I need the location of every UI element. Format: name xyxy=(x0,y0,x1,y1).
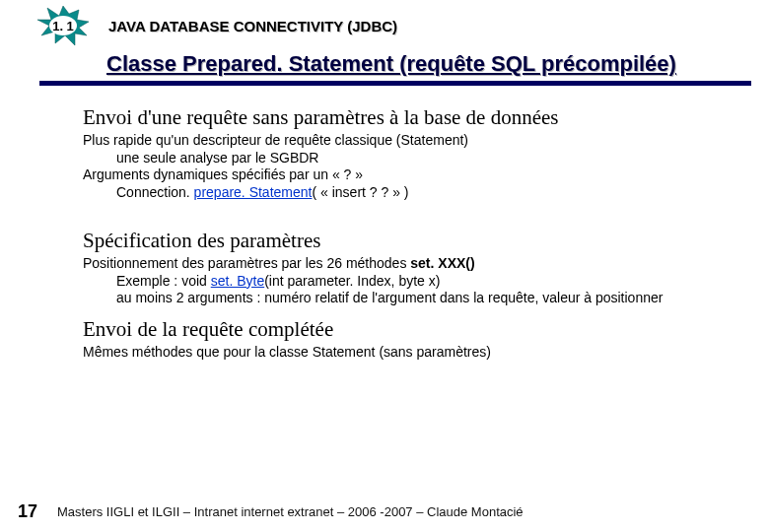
body-text: une seule analyse par le SGBDR xyxy=(83,150,751,167)
page-number: 17 xyxy=(18,501,51,522)
footer-text: Masters IIGLI et ILGII – Intranet intern… xyxy=(57,504,524,519)
chapter-label: JAVA DATABASE CONNECTIVITY (JDBC) xyxy=(108,18,397,34)
section-heading-1: Envoi d'une requête sans paramètres à la… xyxy=(83,105,751,130)
body-text: Connection. prepare. Statement( « insert… xyxy=(83,184,751,202)
body-text: Mêmes méthodes que pour la classe Statem… xyxy=(83,344,751,362)
section-heading-3: Envoi de la requête complétée xyxy=(83,317,751,342)
body-text: Plus rapide qu'un descripteur de requête… xyxy=(83,132,751,150)
method-link: set. Byte xyxy=(211,273,264,289)
method-name: set. XXX() xyxy=(410,255,474,271)
body-text: Positionnement des paramètres par les 26… xyxy=(83,255,751,273)
slide-footer: 17 Masters IIGLI et ILGII – Intranet int… xyxy=(0,501,769,522)
body-text: Connection. xyxy=(116,184,194,200)
slide-title: Classe Prepared. Statement (requête SQL … xyxy=(106,51,769,77)
body-text: Arguments dynamiques spécifiés par un « … xyxy=(83,166,751,184)
body-text: (int parameter. Index, xyxy=(264,273,398,289)
body-text: ( « insert ? ? » ) xyxy=(312,184,408,200)
body-text: x) xyxy=(425,273,441,289)
body-text: Exemple : void set. Byte(int parameter. … xyxy=(83,273,751,291)
slide-header: 1. 1 JAVA DATABASE CONNECTIVITY (JDBC) xyxy=(0,0,769,45)
section-badge: 1. 1 xyxy=(35,6,91,45)
keyword: byte xyxy=(398,273,424,289)
body-text: au moins 2 arguments : numéro relatif de… xyxy=(83,290,751,307)
body-text: Exemple : void xyxy=(116,273,211,289)
slide-body: Envoi d'une requête sans paramètres à la… xyxy=(0,86,769,361)
body-text: Positionnement des paramètres par les 26… xyxy=(83,255,410,271)
section-heading-2: Spécification des paramètres xyxy=(83,229,751,253)
method-link: prepare. Statement xyxy=(194,184,313,200)
section-number: 1. 1 xyxy=(52,19,74,33)
